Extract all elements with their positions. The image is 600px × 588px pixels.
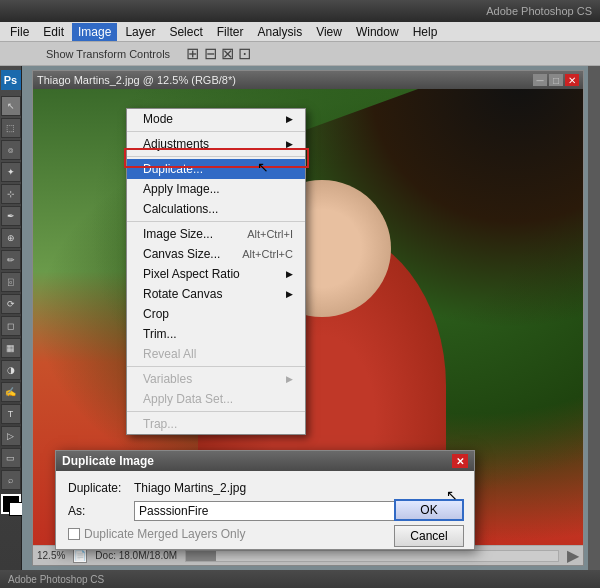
tool-eyedropper[interactable]: ✒ [1,206,21,226]
status-bar: Adobe Photoshop CS [0,570,600,588]
menu-rotate-canvas-label: Rotate Canvas [143,287,222,301]
right-panel [588,66,600,570]
menu-mode-label: Mode [143,112,173,126]
merged-layers-label: Duplicate Merged Layers Only [84,527,245,541]
tool-gradient[interactable]: ▦ [1,338,21,358]
ps-logo: Ps [1,70,21,90]
menu-apply-data-set: Apply Data Set... [127,389,305,409]
dialog-titlebar: Duplicate Image ✕ [56,451,474,471]
menu-reveal-all: Reveal All [127,344,305,364]
menu-trap: Trap... [127,414,305,434]
doc-titlebar: Thiago Martins_2.jpg @ 12.5% (RGB/8*) ─ … [33,71,583,89]
menu-layer[interactable]: Layer [119,23,161,41]
tool-marquee[interactable]: ⬚ [1,118,21,138]
tool-move[interactable]: ↖ [1,96,21,116]
menu-adjustments-label: Adjustments [143,137,209,151]
duplicate-label: Duplicate: [68,481,128,495]
tool-heal[interactable]: ⊕ [1,228,21,248]
menu-reveal-all-label: Reveal All [143,347,196,361]
cancel-button[interactable]: Cancel [394,525,464,547]
horizontal-scrollbar[interactable] [185,550,559,562]
as-label: As: [68,504,128,518]
menu-image-size-shortcut: Alt+Ctrl+I [247,228,293,240]
zoom-level: 12.5% [37,550,65,561]
tool-path[interactable]: ▷ [1,426,21,446]
tool-lasso[interactable]: ⌾ [1,140,21,160]
menu-canvas-size-shortcut: Alt+Ctrl+C [242,248,293,260]
menu-apply-data-label: Apply Data Set... [143,392,233,406]
menu-filter[interactable]: Filter [211,23,250,41]
menu-calculations[interactable]: Calculations... [127,199,305,219]
ok-button[interactable]: OK [394,499,464,521]
left-toolbar: Ps ↖ ⬚ ⌾ ✦ ⊹ ✒ ⊕ ✏ ⌻ ⟳ ◻ ▦ ◑ ✍ T ▷ ▭ ⌕ [0,66,22,570]
status-text: Adobe Photoshop CS [8,574,104,585]
menu-calculations-label: Calculations... [143,202,218,216]
menu-canvas-size[interactable]: Canvas Size... Alt+Ctrl+C [127,244,305,264]
tool-eraser[interactable]: ◻ [1,316,21,336]
doc-title: Thiago Martins_2.jpg @ 12.5% (RGB/8*) [37,74,236,86]
doc-maximize[interactable]: □ [549,74,563,86]
menu-trim-label: Trim... [143,327,177,341]
menu-canvas-size-label: Canvas Size... [143,247,220,261]
show-transform-label: Show Transform Controls [46,48,170,60]
transform-icons: ⊞ ⊟ ⊠ ⊡ [186,44,251,63]
menu-pixel-aspect[interactable]: Pixel Aspect Ratio [127,264,305,284]
foreground-bg-color[interactable] [1,494,21,514]
menu-analysis[interactable]: Analysis [251,23,308,41]
menu-apply-image-label: Apply Image... [143,182,220,196]
tool-type[interactable]: T [1,404,21,424]
tool-crop[interactable]: ⊹ [1,184,21,204]
dialog-body: Duplicate: Thiago Martins_2.jpg As: Dupl… [56,471,474,549]
menu-select[interactable]: Select [163,23,208,41]
duplicate-image-dialog: Duplicate Image ✕ Duplicate: Thiago Mart… [55,450,475,550]
image-dropdown-menu: Mode Adjustments Duplicate... Apply Imag… [126,108,306,435]
doc-close[interactable]: ✕ [565,74,579,86]
options-bar: Show Transform Controls ⊞ ⊟ ⊠ ⊡ [0,42,600,66]
menu-trap-label: Trap... [143,417,177,431]
menu-image-size-label: Image Size... [143,227,213,241]
menu-window[interactable]: Window [350,23,405,41]
menu-crop[interactable]: Crop [127,304,305,324]
scroll-right-arrow[interactable]: ▶ [567,546,579,565]
menu-image[interactable]: Image [72,23,117,41]
merged-layers-checkbox[interactable] [68,528,80,540]
tool-zoom[interactable]: ⌕ [1,470,21,490]
doc-window-buttons: ─ □ ✕ [533,74,579,86]
scrollbar-thumb[interactable] [186,551,216,561]
menu-duplicate-label: Duplicate... [143,162,203,176]
duplicate-row: Duplicate: Thiago Martins_2.jpg [68,481,462,495]
menu-mode[interactable]: Mode [127,109,305,129]
top-bar: Adobe Photoshop CS [0,0,600,22]
tool-shape[interactable]: ▭ [1,448,21,468]
menu-view[interactable]: View [310,23,348,41]
menu-pixel-aspect-label: Pixel Aspect Ratio [143,267,240,281]
tool-dodge[interactable]: ◑ [1,360,21,380]
app-title: Adobe Photoshop CS [486,5,592,17]
menu-variables: Variables [127,369,305,389]
menu-adjustments[interactable]: Adjustments [127,134,305,154]
tool-brush[interactable]: ✏ [1,250,21,270]
menu-rotate-canvas[interactable]: Rotate Canvas [127,284,305,304]
menu-trim[interactable]: Trim... [127,324,305,344]
tool-pen[interactable]: ✍ [1,382,21,402]
menu-apply-image[interactable]: Apply Image... [127,179,305,199]
tool-history[interactable]: ⟳ [1,294,21,314]
menu-crop-label: Crop [143,307,169,321]
dialog-buttons: OK Cancel [394,499,464,547]
tool-magic-wand[interactable]: ✦ [1,162,21,182]
menu-file[interactable]: File [4,23,35,41]
menu-variables-label: Variables [143,372,192,386]
menu-help[interactable]: Help [407,23,444,41]
status-doc-icon: 📄 [73,549,87,563]
dialog-title: Duplicate Image [62,454,154,468]
menu-edit[interactable]: Edit [37,23,70,41]
menu-image-size[interactable]: Image Size... Alt+Ctrl+I [127,224,305,244]
doc-minimize[interactable]: ─ [533,74,547,86]
duplicate-value: Thiago Martins_2.jpg [134,481,246,495]
menu-bar: File Edit Image Layer Select Filter Anal… [0,22,600,42]
dialog-close-button[interactable]: ✕ [452,454,468,468]
doc-size: Doc: 18.0M/18.0M [95,550,177,561]
tool-clone[interactable]: ⌻ [1,272,21,292]
menu-duplicate[interactable]: Duplicate... [127,159,305,179]
